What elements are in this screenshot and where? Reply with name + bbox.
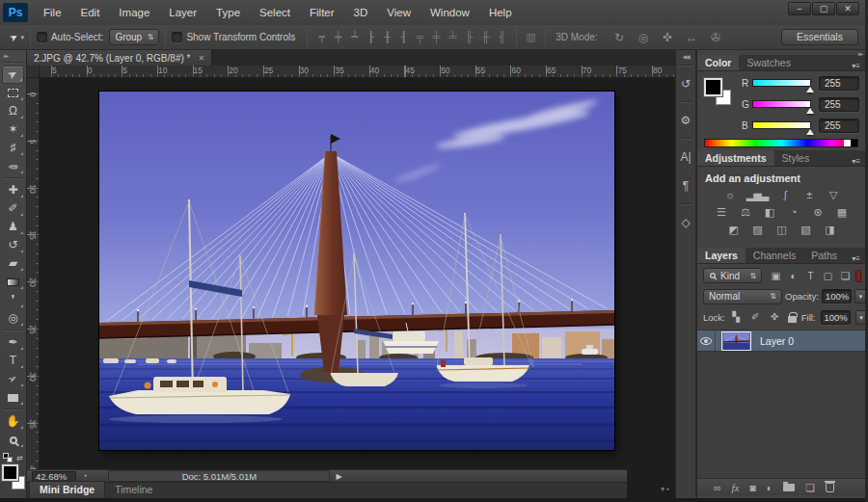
status-flyout-icon[interactable]: ▶ (336, 472, 341, 481)
rotate-3d-camera-icon[interactable]: ↻ (612, 31, 627, 44)
color-spectrum-ramp[interactable] (704, 139, 858, 147)
hue-saturation-icon[interactable]: ☰ (714, 206, 728, 219)
white-swatch[interactable] (844, 140, 851, 146)
character-panel-icon[interactable]: A| (676, 145, 695, 170)
pan-3d-camera-icon[interactable]: ✜ (661, 31, 675, 44)
menu-3d[interactable]: 3D (344, 0, 378, 25)
tab-color[interactable]: Color (697, 55, 739, 70)
levels-icon[interactable]: ▂▅▃ (746, 189, 768, 201)
new-adjustment-layer-icon[interactable]: ◐ (767, 482, 773, 493)
slider-thumb[interactable] (806, 87, 814, 92)
layer-row[interactable]: Layer 0 (697, 330, 865, 352)
color-lookup-icon[interactable]: ▦ (834, 206, 849, 219)
gradient-map-icon[interactable]: ▧ (799, 224, 813, 236)
color-balance-icon[interactable]: ⚖ (738, 206, 752, 219)
selective-color-icon[interactable]: ◨ (823, 224, 837, 236)
roll-3d-camera-icon[interactable]: ◎ (637, 31, 651, 44)
menu-view[interactable]: View (377, 0, 420, 25)
tab-mini-bridge[interactable]: Mini Bridge (29, 481, 105, 498)
filter-adjustment-layers-icon[interactable]: ◐ (787, 270, 800, 281)
threshold-icon[interactable]: ◫ (774, 224, 789, 236)
close-icon[interactable]: ✕ (198, 54, 204, 63)
invert-icon[interactable]: ◩ (726, 224, 741, 236)
menu-layer[interactable]: Layer (159, 0, 206, 25)
channel-slider-b[interactable] (752, 121, 811, 129)
photo-filter-icon[interactable]: ◔ (786, 206, 800, 219)
auto-select-group-dropdown[interactable]: Group ⇅ (109, 29, 159, 45)
brush-tool[interactable]: ✐ (2, 199, 24, 218)
resize-grip-icon[interactable]: ▾ ▪ (661, 485, 669, 493)
tab-styles[interactable]: Styles (774, 150, 818, 166)
blur-tool[interactable]: ❜ (2, 291, 24, 309)
document-tab[interactable]: 2.JPG @ 42.7% (Layer 0, RGB/8#) * ✕ (27, 50, 212, 66)
blend-mode-dropdown[interactable]: Normal ⇅ (703, 289, 782, 304)
tab-timeline[interactable]: Timeline (105, 482, 162, 498)
paragraph-panel-icon[interactable]: ¶ (676, 173, 695, 198)
new-layer-icon[interactable]: ❏ (805, 482, 814, 493)
channel-slider-g[interactable] (752, 100, 811, 108)
dodge-tool[interactable]: ◎ (2, 309, 24, 328)
zoom-level-field[interactable]: 42.68% (32, 471, 76, 482)
channel-value-b[interactable]: 255 (819, 119, 859, 133)
align-right-edges-icon[interactable]: ┨ (396, 31, 411, 43)
lock-all-icon[interactable] (788, 316, 797, 323)
opacity-value-field[interactable]: 100% (822, 289, 852, 304)
document-size-field[interactable]: Doc: 5.01M/5.01M (108, 470, 330, 482)
crop-tool[interactable]: ♯ (2, 139, 24, 157)
channel-mixer-icon[interactable]: ⊛ (810, 206, 825, 219)
tab-swatches[interactable]: Swatches (739, 55, 799, 70)
panel-menu-icon[interactable]: ▾≡ (852, 154, 865, 166)
tab-channels[interactable]: Channels (746, 248, 803, 263)
distribute-bottom-edges-icon[interactable]: ╧ (446, 31, 460, 43)
fill-value-field[interactable]: 100% (821, 310, 851, 325)
foreground-color-swatch[interactable] (2, 464, 18, 481)
menu-window[interactable]: Window (420, 0, 479, 25)
tab-adjustments[interactable]: Adjustments (697, 150, 774, 166)
new-group-icon[interactable] (783, 484, 795, 491)
clone-stamp-tool[interactable]: ♟ (2, 218, 24, 236)
panel-menu-icon[interactable]: ▾≡ (852, 251, 865, 263)
panels-collapse-icon[interactable]: ▸▸ (858, 50, 862, 57)
layer-name[interactable]: Layer 0 (760, 335, 794, 347)
menu-type[interactable]: Type (206, 0, 250, 25)
filter-shape-layers-icon[interactable]: ▢ (822, 270, 834, 281)
distribute-vertical-centers-icon[interactable]: ╪ (429, 31, 444, 43)
dock-expand-icon[interactable]: ◀◀ (676, 50, 695, 60)
channel-slider-r[interactable] (752, 79, 811, 87)
auto-select-checkbox[interactable] (37, 32, 47, 42)
gradient-tool[interactable] (2, 273, 24, 291)
menu-select[interactable]: Select (250, 0, 300, 25)
horizontal-ruler[interactable]: 505101520253035404550556065707580 (40, 66, 675, 78)
tab-paths[interactable]: Paths (803, 248, 845, 263)
vibrance-icon[interactable]: ▽ (826, 189, 840, 201)
tools-collapse-icon[interactable]: ▸▸ (0, 50, 26, 60)
lasso-tool[interactable]: Ω (2, 102, 24, 120)
history-panel-icon[interactable]: ↺ (676, 71, 695, 96)
lock-pixels-icon[interactable]: ✐ (749, 311, 762, 323)
align-horizontal-centers-icon[interactable]: ╂ (380, 31, 394, 43)
path-selection-tool[interactable]: ➢ (2, 370, 24, 388)
black-swatch[interactable] (851, 140, 857, 146)
swap-colors-icon[interactable]: ⇄ (16, 454, 23, 462)
move-tool-options-icon[interactable]: ➤ ▾ (10, 32, 24, 42)
layer-thumbnail[interactable] (721, 331, 751, 351)
zoom-3d-camera-icon[interactable]: ✇ (709, 31, 723, 44)
auto-align-layers-icon[interactable]: ▥ (524, 31, 538, 43)
curves-icon[interactable]: ∫ (777, 189, 792, 201)
hand-tool[interactable]: ✋ (2, 412, 24, 431)
layers-list-empty-area[interactable] (697, 353, 865, 478)
layer-visibility-cell[interactable] (697, 330, 716, 351)
menu-help[interactable]: Help (479, 0, 522, 25)
filter-pixel-layers-icon[interactable]: ▣ (770, 270, 782, 281)
fill-dropdown-icon[interactable]: ▼ (855, 310, 868, 325)
align-left-edges-icon[interactable]: ┠ (364, 31, 378, 43)
layer-filter-kind-dropdown[interactable]: Kind ⇅ (703, 268, 762, 283)
filter-smart-objects-icon[interactable]: ❏ (839, 270, 852, 281)
rectangle-tool[interactable] (2, 388, 24, 407)
filter-toggle-switch[interactable] (855, 270, 861, 282)
show-transform-controls-checkbox[interactable] (172, 32, 182, 42)
align-top-edges-icon[interactable]: ┯ (314, 31, 329, 43)
distribute-top-edges-icon[interactable]: ╤ (413, 31, 427, 43)
type-tool[interactable]: T (2, 352, 24, 370)
align-bottom-edges-icon[interactable]: ┷ (347, 31, 362, 43)
